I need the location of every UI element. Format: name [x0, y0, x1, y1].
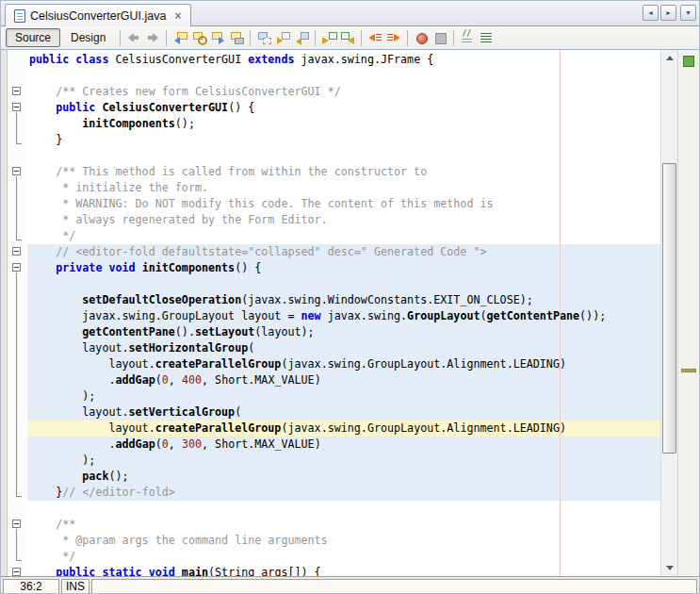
tab-celsiusconvertergui-java[interactable]: CelsiusConverterGUI.java × [5, 4, 191, 26]
code-line[interactable]: /** Creates new form CelsiusConverterGUI… [27, 84, 660, 100]
code-line[interactable]: */ [27, 549, 660, 565]
editor-toolbar: Source Design [1, 26, 699, 50]
comment-lines-icon[interactable] [459, 29, 476, 46]
tab-scroll-controls: ◄ ► ▼ [643, 5, 696, 21]
toggle-bookmark-icon[interactable] [293, 29, 310, 46]
shift-line-right-icon[interactable] [385, 29, 402, 46]
scroll-up-icon[interactable] [666, 56, 674, 60]
code-line[interactable]: initComponents(); [27, 116, 660, 132]
toolbar-separator [166, 30, 167, 46]
shift-line-left-icon[interactable] [366, 29, 383, 46]
code-line[interactable] [27, 68, 660, 84]
source-view-button[interactable]: Source [6, 28, 60, 47]
code-line[interactable]: layout.createParallelGroup(javax.swing.G… [27, 356, 660, 372]
scroll-tabs-left-button[interactable]: ◄ [643, 5, 659, 21]
code-line[interactable]: layout.setVerticalGroup( [27, 404, 660, 421]
code-line[interactable]: /** This method is called from within th… [27, 164, 660, 180]
vertical-scrollbar[interactable] [660, 50, 677, 576]
code-line[interactable]: * WARNING: Do NOT modify this code. The … [27, 196, 660, 212]
code-line[interactable]: }// </editor-fold> [27, 485, 660, 501]
fold-line [16, 496, 22, 497]
next-bookmark-icon[interactable] [274, 29, 291, 46]
fold-toggle-icon[interactable] [12, 103, 21, 111]
code-line[interactable] [27, 501, 660, 517]
tab-close-icon[interactable]: × [175, 9, 182, 23]
scroll-down-icon[interactable] [666, 566, 674, 570]
code-line[interactable]: public static void main(String args[]) { [27, 565, 660, 576]
fold-toggle-icon[interactable] [12, 167, 21, 175]
code-line[interactable]: pack(); [27, 469, 660, 485]
scrollbar-thumb[interactable] [662, 163, 676, 454]
toolbar-separator [361, 30, 362, 46]
last-edit-location-icon[interactable] [171, 29, 188, 46]
fold-line [16, 324, 17, 340]
code-line[interactable]: .addGap(0, 300, Short.MAX_VALUE) [27, 437, 660, 453]
code-line[interactable]: * @param args the command line arguments [27, 533, 660, 549]
code-line[interactable]: setDefaultCloseOperation(javax.swing.Win… [27, 292, 660, 308]
code-line[interactable]: layout.createParallelGroup(javax.swing.G… [27, 421, 660, 437]
fold-toggle-icon[interactable] [12, 263, 21, 272]
code-line[interactable]: public class CelsiusConverterGUI extends… [27, 52, 660, 68]
code-text-area[interactable]: public class CelsiusConverterGUI extends… [27, 50, 660, 576]
fold-line [16, 560, 22, 561]
fold-toggle-icon[interactable] [12, 247, 21, 256]
code-line[interactable]: // <editor-fold defaultstate="collapsed"… [27, 244, 660, 260]
code-line[interactable]: /** [27, 517, 660, 533]
code-line[interactable]: public CelsiusConverterGUI() { [27, 100, 660, 116]
next-usage-icon[interactable] [320, 29, 337, 46]
nav-back-icon[interactable] [125, 29, 142, 46]
document-tab-bar: CelsiusConverterGUI.java × ◄ ► ▼ [1, 1, 699, 26]
code-line[interactable]: ); [27, 453, 660, 469]
code-fold-gutter[interactable] [8, 50, 27, 576]
fold-line [16, 196, 17, 212]
fold-line [16, 292, 17, 308]
caret-position: 36:2 [3, 579, 59, 594]
fold-line [16, 116, 17, 132]
fold-line [16, 180, 17, 196]
fold-line [16, 143, 22, 144]
toolbar-separator [407, 30, 408, 46]
error-stripe[interactable] [677, 50, 699, 576]
code-line[interactable]: } [27, 132, 660, 148]
code-line[interactable]: javax.swing.GroupLayout layout = new jav… [27, 308, 660, 324]
code-line[interactable]: layout.setHorizontalGroup( [27, 340, 660, 356]
nav-forward-icon[interactable] [144, 29, 161, 46]
glyph-gutter [1, 50, 8, 576]
code-editor[interactable]: public class CelsiusConverterGUI extends… [1, 50, 699, 576]
no-errors-indicator[interactable] [683, 56, 694, 67]
code-line[interactable] [27, 276, 660, 292]
code-line[interactable]: * always regenerated by the Form Editor. [27, 212, 660, 228]
previous-usage-icon[interactable] [339, 29, 356, 46]
code-line[interactable]: private void initComponents() { [27, 260, 660, 276]
fold-line [16, 421, 17, 437]
toolbar-separator [120, 30, 121, 46]
previous-bookmark-icon[interactable] [255, 29, 272, 46]
scroll-tabs-right-button[interactable]: ► [660, 5, 676, 21]
tab-list-dropdown-button[interactable]: ▼ [680, 5, 696, 21]
code-line[interactable]: ); [27, 388, 660, 404]
toggle-highlight-search-icon[interactable] [228, 29, 245, 46]
toolbar-separator [453, 30, 454, 46]
find-next-occurrence-icon[interactable] [209, 29, 226, 46]
code-line[interactable] [27, 148, 660, 164]
fold-toggle-icon[interactable] [12, 568, 21, 576]
code-line[interactable]: .addGap(0, 400, Short.MAX_VALUE) [27, 372, 660, 388]
fold-line [16, 276, 17, 292]
fold-toggle-icon[interactable] [12, 87, 21, 95]
code-line[interactable]: */ [27, 228, 660, 244]
right-margin-line [560, 50, 561, 576]
java-file-icon [14, 9, 25, 23]
stop-macro-recording-icon[interactable] [431, 29, 448, 46]
code-line[interactable]: getContentPane().setLayout(layout); [27, 324, 660, 340]
fold-toggle-icon[interactable] [12, 520, 21, 528]
uncomment-lines-icon[interactable] [478, 29, 495, 46]
fold-line [16, 533, 17, 549]
caret-line-stripe-mark[interactable] [681, 369, 696, 372]
fold-line [16, 308, 17, 324]
design-view-button[interactable]: Design [62, 29, 114, 46]
fold-line [16, 239, 22, 240]
code-line[interactable]: * initialize the form. [27, 180, 660, 196]
start-macro-recording-icon[interactable] [413, 29, 430, 46]
find-selection-icon[interactable] [190, 29, 207, 46]
status-bar: 36:2 INS [1, 576, 699, 594]
